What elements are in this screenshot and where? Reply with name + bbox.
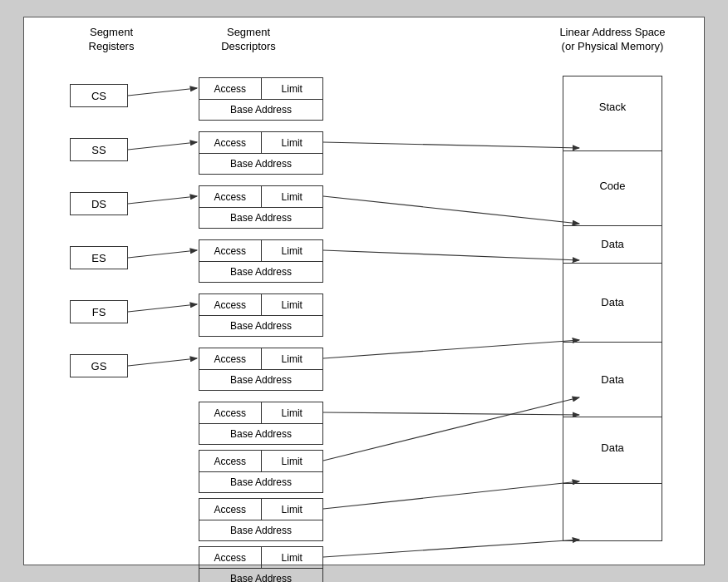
arrow-desc10-bottom — [323, 540, 579, 557]
seg-reg-ds: DS — [70, 192, 128, 215]
descriptor-8: AccessLimit Base Address — [199, 450, 323, 493]
arrow-desc9-data4 — [323, 481, 579, 509]
seg-reg-fs: FS — [70, 300, 128, 323]
descriptor-7: AccessLimit Base Address — [199, 402, 323, 445]
arrow-es-desc — [128, 250, 197, 258]
lin-divider-6 — [563, 483, 662, 484]
lin-divider-5 — [563, 417, 662, 417]
arrow-ds-desc — [128, 196, 197, 204]
seg-reg-gs: GS — [70, 354, 128, 377]
descriptor-4: AccessLimit Base Address — [199, 239, 323, 283]
arrow-desc4-data1 — [323, 250, 579, 260]
arrow-cs-desc — [128, 88, 197, 96]
descriptor-2: AccessLimit Base Address — [199, 131, 323, 175]
lin-label-data3: Data — [567, 373, 658, 386]
arrow-desc8-data3b — [323, 397, 579, 461]
lin-divider-4 — [563, 342, 662, 343]
lin-label-stack: Stack — [567, 101, 658, 113]
descriptor-5: AccessLimit Base Address — [199, 293, 323, 337]
segment-registers-header: SegmentRegisters — [70, 26, 153, 54]
lin-label-code: Code — [567, 180, 658, 192]
linear-address-header: Linear Address Space(or Physical Memory) — [558, 26, 667, 54]
lin-label-data4: Data — [567, 441, 658, 454]
seg-reg-ss: SS — [70, 138, 128, 161]
descriptor-1: AccessLimit Base Address — [199, 77, 323, 121]
arrow-desc3-code — [323, 196, 579, 224]
descriptor-6: AccessLimit Base Address — [199, 348, 323, 391]
arrow-fs-desc — [128, 304, 197, 312]
descriptor-3: AccessLimit Base Address — [199, 185, 323, 229]
arrow-ss-desc — [128, 142, 197, 150]
seg-reg-es: ES — [70, 246, 128, 269]
lin-label-data1: Data — [567, 238, 658, 250]
seg-reg-cs: CS — [70, 84, 128, 107]
lin-divider-2 — [563, 225, 662, 226]
descriptor-10: AccessLimit Base Address — [199, 546, 323, 582]
diagram-container: SegmentRegisters SegmentDescriptors Line… — [23, 17, 705, 565]
arrow-gs-desc — [128, 358, 197, 366]
descriptor-9: AccessLimit Base Address — [199, 498, 323, 541]
lin-divider-3 — [563, 263, 662, 264]
arrow-desc7-data3 — [323, 412, 579, 415]
arrow-desc6-data2 — [323, 340, 579, 358]
arrow-desc2-stack — [323, 142, 579, 148]
lin-label-data2: Data — [567, 296, 658, 308]
lin-divider-1 — [563, 150, 662, 151]
segment-descriptors-header: SegmentDescriptors — [203, 26, 294, 54]
linear-address-space — [563, 76, 662, 541]
